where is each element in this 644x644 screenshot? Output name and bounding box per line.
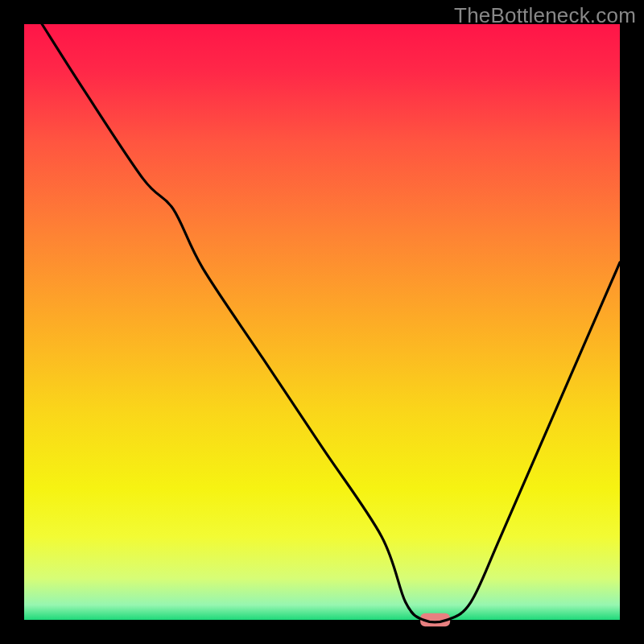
watermark-text: TheBottleneck.com — [454, 3, 636, 28]
chart-container: TheBottleneck.com — [0, 0, 644, 644]
bottleneck-chart — [0, 0, 644, 644]
chart-gradient-background — [24, 24, 620, 620]
